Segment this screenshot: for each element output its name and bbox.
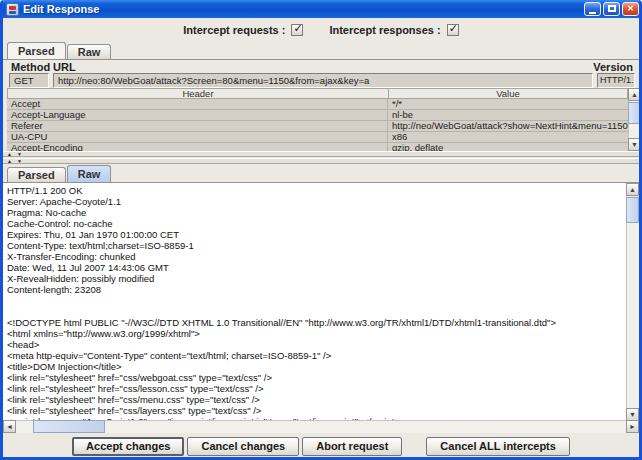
table-scroll-up-button[interactable]: ▲ [628, 88, 641, 101]
checkmark-icon: ✓ [293, 22, 302, 35]
url-label: URL [53, 61, 76, 73]
table-row[interactable]: UA-CPUx86 [7, 132, 628, 143]
collapse-up-icon[interactable]: ▲ [6, 159, 13, 164]
request-tabs: Parsed Raw [7, 42, 112, 59]
close-button[interactable]: ✕ [622, 2, 639, 16]
table-row[interactable]: Accept-Languagenl-be [7, 110, 628, 121]
response-scroll-up-button[interactable]: ▲ [626, 183, 639, 196]
intercept-requests-checkbox[interactable]: ✓ [291, 24, 303, 36]
close-icon: ✕ [627, 4, 634, 13]
collapse-up-icon[interactable]: ▲ [6, 152, 13, 157]
header-value-cell: */* [388, 99, 628, 109]
header-value-cell: x86 [388, 132, 628, 142]
raw-response-line [7, 306, 624, 317]
request-split-divider[interactable]: ▲ ▼ [3, 151, 639, 157]
intercept-responses-label: Intercept responses : [329, 24, 440, 36]
window-title: Edit Response [23, 3, 99, 15]
raw-response-line: Pragma: No-cache [7, 207, 624, 218]
scroll-right-icon: ► [629, 423, 636, 430]
table-scroll-down-button[interactable]: ▼ [628, 138, 641, 151]
version-field[interactable]: HTTP/1.1 [597, 73, 635, 88]
raw-response-line: HTTP/1.1 200 OK [7, 185, 624, 196]
table-header-row: Header Value [7, 88, 628, 99]
accept-changes-button[interactable]: Accept changes [72, 437, 184, 456]
table-scrollbar-thumb[interactable] [628, 102, 641, 124]
table-row[interactable]: Accept*/* [7, 99, 628, 110]
raw-response-textarea[interactable]: HTTP/1.1 200 OKServer: Apache-Coyote/1.1… [3, 182, 639, 433]
raw-response-line: Content-length: 23208 [7, 284, 624, 295]
raw-response-line: <link rel="stylesheet" href="css/webgoat… [7, 372, 624, 383]
raw-response-line: <!DOCTYPE html PUBLIC "-//W3C//DTD XHTML… [7, 317, 624, 328]
raw-response-line: Server: Apache-Coyote/1.1 [7, 196, 624, 207]
raw-response-line: <link rel="stylesheet" href="css/menu.cs… [7, 394, 624, 405]
abort-request-button[interactable]: Abort request [302, 437, 402, 456]
cancel-changes-button[interactable]: Cancel changes [187, 437, 299, 456]
maximize-button[interactable] [603, 2, 620, 16]
intercept-requests-label: Intercept requests : [183, 24, 285, 36]
version-label: Version [593, 61, 633, 73]
raw-response-line: <meta http-equiv="Content-Type" content=… [7, 350, 624, 361]
raw-response-line: <head> [7, 339, 624, 350]
minimize-icon [589, 12, 596, 14]
scroll-up-icon: ▲ [631, 91, 638, 98]
raw-response-text: HTTP/1.1 200 OKServer: Apache-Coyote/1.1… [7, 185, 624, 433]
raw-response-line: X-RevealHidden: possibly modified [7, 273, 624, 284]
raw-response-line: <title>DOM Injection</title> [7, 361, 624, 372]
raw-response-line: <link rel="stylesheet" href="css/lesson.… [7, 383, 624, 394]
response-vscrollbar-thumb[interactable] [626, 197, 639, 223]
response-tab-parsed[interactable]: Parsed [7, 167, 66, 182]
header-name-cell: Accept [7, 99, 388, 109]
method-field[interactable]: GET [9, 73, 49, 88]
action-button-bar: Accept changes Cancel changes Abort requ… [3, 435, 639, 457]
raw-response-line: <html xmlns="http://www.w3.org/1999/xhtm… [7, 328, 624, 339]
column-header-header[interactable]: Header [8, 89, 389, 98]
tab-divider-line [3, 59, 639, 60]
request-headers-table: Header Value Accept*/*Accept-Languagenl-… [7, 88, 628, 154]
raw-response-line: Date: Wed, 11 Jul 2007 14:43:06 GMT [7, 262, 624, 273]
header-value-cell: nl-be [388, 110, 628, 120]
header-value-cell: http://neo/WebGoat/attack?show=NextHint&… [388, 121, 628, 131]
url-field[interactable]: http://neo:80/WebGoat/attack?Screen=80&m… [53, 73, 593, 88]
edit-response-window: Edit Response ✕ Intercept requests : ✓ I… [0, 0, 642, 460]
request-line-labels: Method URL Version [3, 61, 639, 73]
table-row[interactable]: Refererhttp://neo/WebGoat/attack?show=Ne… [7, 121, 628, 132]
response-hscrollbar-thumb[interactable] [33, 420, 105, 433]
header-name-cell: Referer [7, 121, 388, 131]
scroll-down-icon: ▼ [629, 411, 636, 418]
raw-response-line: <link rel="stylesheet" href="css/layers.… [7, 405, 624, 416]
response-tabs: Parsed Raw [7, 165, 112, 182]
response-tab-raw[interactable]: Raw [67, 165, 112, 182]
collapse-down-icon[interactable]: ▼ [16, 152, 23, 157]
raw-response-line: Cache-Control: no-cache [7, 218, 624, 229]
response-scroll-right-button[interactable]: ► [626, 420, 639, 433]
scroll-left-icon: ◄ [6, 423, 13, 430]
raw-response-line: Content-Type: text/html;charset=ISO-8859… [7, 240, 624, 251]
response-split-divider[interactable]: ▲ ▼ [3, 158, 639, 164]
table-body: Accept*/*Accept-Languagenl-beRefererhttp… [7, 99, 628, 154]
checkmark-icon: ✓ [449, 22, 458, 35]
column-header-value[interactable]: Value [389, 89, 627, 98]
titlebar[interactable]: Edit Response ✕ [0, 0, 642, 18]
response-scroll-left-button[interactable]: ◄ [3, 420, 16, 433]
minimize-button[interactable] [584, 2, 601, 16]
request-tab-raw[interactable]: Raw [67, 44, 112, 59]
intercept-responses-checkbox[interactable]: ✓ [447, 24, 459, 36]
intercept-bar: Intercept requests : ✓ Intercept respons… [3, 20, 639, 40]
scroll-up-icon: ▲ [629, 186, 636, 193]
maximize-icon [608, 5, 616, 12]
request-tab-parsed[interactable]: Parsed [7, 42, 66, 59]
cancel-all-intercepts-button[interactable]: Cancel ALL intercepts [426, 437, 570, 456]
collapse-down-icon[interactable]: ▼ [16, 159, 23, 164]
scroll-down-icon: ▼ [631, 141, 638, 148]
raw-response-line: X-Transfer-Encoding: chunked [7, 251, 624, 262]
header-name-cell: Accept-Language [7, 110, 388, 120]
method-label: Method [11, 61, 50, 73]
raw-response-line [7, 295, 624, 306]
raw-response-line: Expires: Thu, 01 Jan 1970 01:00:00 CET [7, 229, 624, 240]
header-name-cell: UA-CPU [7, 132, 388, 142]
java-app-icon [6, 3, 19, 16]
